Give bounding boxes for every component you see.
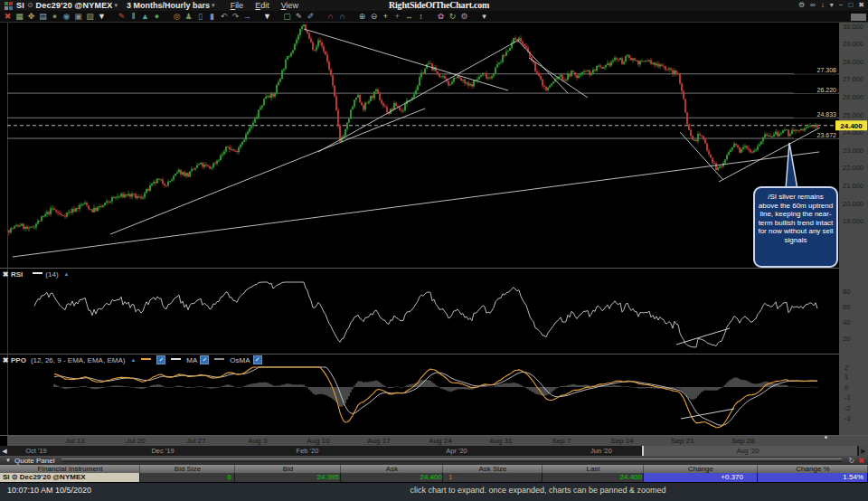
redo-icon[interactable]: ↷ bbox=[230, 11, 241, 22]
flower-marker-icon[interactable]: ✿ bbox=[435, 11, 447, 22]
hand-tool-icon[interactable]: ✥ bbox=[25, 11, 37, 22]
crosshair-icon[interactable]: + bbox=[380, 11, 392, 22]
pattern-icon[interactable]: ▨ bbox=[84, 11, 96, 22]
zoom-in-icon[interactable]: ⊕ bbox=[356, 11, 368, 22]
symbol-caret-icon[interactable]: ▾ bbox=[115, 0, 118, 11]
rsi-expand-icon[interactable]: ▲ bbox=[64, 271, 70, 277]
date-axis[interactable]: Jul 13Jul 20Jul 27Aug 3Aug 10Aug 17Aug 2… bbox=[7, 436, 868, 446]
quote-refresh-icon[interactable]: ↻ bbox=[849, 457, 855, 465]
zoom-out-icon[interactable]: ⊖ bbox=[368, 11, 380, 22]
quote-close-icon[interactable]: ✖ bbox=[858, 457, 864, 465]
quote-header-rule bbox=[61, 458, 841, 462]
link-icon[interactable]: ∞ bbox=[810, 0, 816, 11]
snap-magnet-icon[interactable]: ∩ bbox=[336, 11, 348, 22]
menu-file[interactable]: File bbox=[231, 0, 244, 11]
table-icon[interactable]: ▤ bbox=[37, 11, 49, 22]
scroll-period-label: Jun '20 bbox=[579, 446, 624, 456]
ppo-checkbox[interactable]: ✓ bbox=[156, 355, 165, 364]
quote-instrument[interactable]: SI ⊙ Dec29'20 @NYMEX bbox=[0, 473, 140, 482]
menu-view[interactable]: View bbox=[281, 0, 298, 11]
ppo-series bbox=[54, 367, 817, 428]
pin-caret-icon[interactable]: ▾ bbox=[830, 0, 834, 11]
osma-line-swatch bbox=[214, 358, 224, 360]
quote-bid-size: 6 bbox=[140, 473, 235, 482]
price-chart[interactable]: 30.00029.00028.00027.00026.00025.00024.0… bbox=[0, 23, 868, 436]
quote-panel: ▼ Quote Panel ↻ ✖ Financial Instrument B… bbox=[0, 456, 868, 482]
contract-label[interactable]: Dec29'20 @NYMEX bbox=[36, 0, 113, 11]
rsi-close-icon[interactable]: ✖ bbox=[0, 270, 11, 279]
rsi-label: RSI bbox=[11, 270, 23, 279]
trading-app-window: SI ⊙ Dec29'20 @NYMEX ▾ 3 Months/Hourly b… bbox=[0, 0, 868, 501]
pin-icon[interactable]: ↓ bbox=[821, 0, 825, 11]
rsi-trendline[interactable] bbox=[676, 328, 730, 345]
minimize-icon[interactable]: − bbox=[839, 0, 844, 11]
ellipse-tool-icon[interactable]: ● bbox=[151, 11, 163, 22]
more-tools-caret-icon[interactable]: ▾ bbox=[478, 11, 490, 22]
forward-icon[interactable]: → bbox=[241, 11, 253, 22]
symbol-label[interactable]: SI bbox=[16, 0, 24, 11]
ppo-close-icon[interactable]: ✖ bbox=[0, 356, 11, 364]
magnet-icon[interactable]: ∩ bbox=[325, 11, 336, 22]
globe-icon[interactable]: ◉ bbox=[61, 11, 72, 22]
quote-ask-size: 1 bbox=[443, 473, 542, 482]
target-icon[interactable]: ◎ bbox=[171, 11, 183, 22]
col-change: Change bbox=[644, 465, 758, 473]
triangle-tool-icon[interactable]: ▲ bbox=[139, 11, 151, 22]
volume-bars-icon[interactable]: ‖ bbox=[127, 11, 139, 22]
annotation-callout[interactable]: /SI silver remains above the 60m uptrend… bbox=[753, 186, 838, 268]
refresh-icon[interactable]: ↻ bbox=[447, 11, 458, 22]
svg-text:27.000: 27.000 bbox=[843, 75, 863, 83]
candlestick-series[interactable] bbox=[8, 24, 818, 236]
bucket-icon[interactable]: ● bbox=[49, 11, 61, 22]
dropdown-icon[interactable]: ▼ bbox=[96, 11, 108, 22]
rsi-panel-header: ✖ RSI (14) ▲ bbox=[0, 269, 70, 279]
pencil-icon[interactable]: ✎ bbox=[293, 11, 305, 22]
move-v-icon[interactable]: ↕ bbox=[415, 11, 427, 22]
osma-checkbox[interactable]: ✓ bbox=[253, 355, 262, 364]
panel-left-icon[interactable]: ▯ bbox=[194, 11, 206, 22]
support-resistance-levels: 27.30826.22024.83323.672 bbox=[7, 66, 839, 138]
svg-text:-3: -3 bbox=[844, 414, 851, 422]
snapshot-icon[interactable]: ▣ bbox=[72, 11, 84, 22]
scroll-left-arrow[interactable]: ◀ bbox=[0, 446, 9, 456]
date-label: Sep 14 bbox=[602, 436, 642, 446]
restore-icon[interactable]: □ bbox=[848, 0, 853, 11]
svg-text:26.220: 26.220 bbox=[817, 87, 837, 93]
date-label: Aug 17 bbox=[359, 436, 399, 446]
settings-gear-icon[interactable]: ⚙ bbox=[798, 0, 805, 11]
undo-icon[interactable]: ↶ bbox=[218, 11, 230, 22]
annotate-icon[interactable]: ✎ bbox=[116, 11, 127, 22]
quote-collapse-icon[interactable]: ▼ bbox=[5, 458, 11, 463]
quote-row[interactable]: SI ⊙ Dec29'20 @NYMEX 6 24.395 24.400 1 2… bbox=[0, 473, 868, 482]
scroll-period-label: Feb '20 bbox=[285, 446, 330, 456]
date-label: Aug 24 bbox=[420, 436, 460, 446]
toolbar-corner-button[interactable] bbox=[851, 14, 866, 21]
svg-text:23.000: 23.000 bbox=[843, 147, 863, 155]
ppo-expand-icon[interactable]: ▲ bbox=[130, 357, 136, 363]
svg-text:60: 60 bbox=[843, 303, 850, 311]
rsi-params: (14) bbox=[45, 270, 58, 279]
trendlines[interactable] bbox=[13, 29, 820, 257]
menu-edit[interactable]: Edit bbox=[255, 0, 269, 11]
trader-icon[interactable]: ♟ bbox=[183, 11, 194, 22]
price-axis-gutter[interactable] bbox=[839, 23, 868, 436]
new-window-icon[interactable]: ▢ bbox=[281, 11, 293, 22]
ma-checkbox[interactable]: ✓ bbox=[200, 355, 209, 364]
status-bar: 10:07:10 AM 10/5/2020 click chart to exp… bbox=[0, 483, 868, 501]
chart-grid-icon[interactable]: ▦ bbox=[14, 11, 25, 22]
settings-tool-icon[interactable]: ⚙ bbox=[458, 11, 470, 22]
close-chart-icon[interactable]: ✖ bbox=[2, 11, 14, 22]
rsi-line-swatch bbox=[33, 272, 42, 274]
dropdown2-icon[interactable]: ▼ bbox=[261, 11, 273, 22]
timeframe-caret-icon[interactable]: ▾ bbox=[212, 0, 215, 11]
crosshair2-icon[interactable]: + bbox=[392, 11, 403, 22]
close-window-icon[interactable]: ✖ bbox=[858, 0, 864, 11]
svg-text:2: 2 bbox=[844, 364, 848, 372]
pen-icon[interactable]: ✐ bbox=[305, 11, 316, 22]
panel-right-icon[interactable]: ▮ bbox=[206, 11, 218, 22]
time-scrollbar[interactable]: ◀ ▶ Oct '19Dec '19Feb '20Apr '20Jun '20A… bbox=[0, 446, 868, 456]
scroll-right-arrow[interactable]: ▶ bbox=[859, 446, 868, 456]
move-h-icon[interactable]: ↔ bbox=[403, 11, 415, 22]
symbol-badge-icon: ⊙ bbox=[27, 0, 33, 11]
timeframe-selector[interactable]: 3 Months/Hourly bars bbox=[127, 0, 210, 11]
